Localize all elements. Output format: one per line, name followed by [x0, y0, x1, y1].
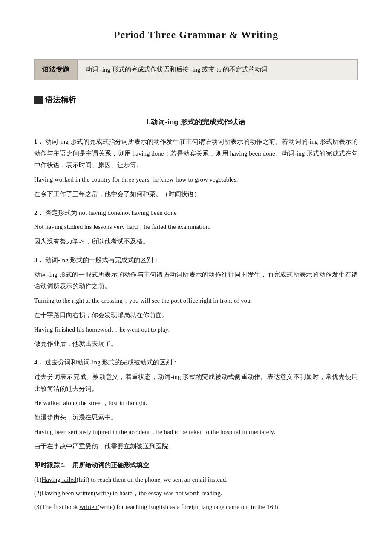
point-2-example-en: Not having studied his lessons very hard…: [34, 221, 358, 233]
point-1-body: 1． 动词-ing 形式的完成式指分词所表示的动作发生在主句谓语动词所表示的动作…: [34, 136, 358, 171]
point-3-example-en2: Having finished his homework，he went out…: [34, 324, 358, 336]
point-3-example-zh2: 做完作业后，他就出去玩了。: [34, 338, 358, 350]
point-2: 2． 否定形式为 not having done/not having been…: [34, 207, 358, 248]
exercise-item-3: (3)The first book written(write) for tea…: [34, 501, 358, 513]
exercise-3-before: The first book: [42, 503, 80, 510]
point-4-example-zh1: 他漫步街头，沉浸在思索中。: [34, 412, 358, 424]
exercise-1-num: (1): [34, 476, 42, 483]
exercise-3-underline: written: [79, 503, 98, 510]
point-2-body: 2． 否定形式为 not having done/not having been…: [34, 207, 358, 219]
point-3: 3． 动词-ing 形式的一般式与完成式的区别： 动词-ing 形式的一般式所表…: [34, 254, 358, 350]
section-header: 语法精析: [34, 93, 358, 107]
exercise-2-num: (2): [34, 490, 42, 497]
point-3-number: 3．: [34, 257, 44, 263]
exercise-item-2: (2)Having been written(write) in haste，t…: [34, 488, 358, 499]
section-icon: [34, 96, 43, 104]
exercise-1-title: 即时跟踪１ 用所给动词的正确形式填空: [34, 459, 358, 471]
exercise-item-1: (1)Having failed(fail) to reach them on …: [34, 474, 358, 486]
banner-label: 语法专题: [35, 60, 78, 80]
point-4-body: 4． 过去分词和动词-ing 形式的完成被动式的区别：: [34, 357, 358, 369]
subsection-title: Ⅰ.动词-ing 形式的完成式作状语: [34, 116, 358, 129]
point-1-example-zh: 在乡下工作了三年之后，他学会了如何种菜。（时间状语）: [34, 188, 358, 200]
point-3-detail: 动词-ing 形式的一般式所表示的动作与主句谓语动词所表示的动作往往同时发生，而…: [34, 269, 358, 293]
point-1: 1． 动词-ing 形式的完成式指分词所表示的动作发生在主句谓语动词所表示的动作…: [34, 136, 358, 200]
exercise-2-after: (write) in haste，the essay was not worth…: [94, 490, 222, 497]
point-1-text: 动词-ing 形式的完成式指分词所表示的动作发生在主句谓语动词所表示的动作之前。…: [34, 138, 358, 169]
point-4-text: 过去分词和动词-ing 形式的完成被动式的区别：: [45, 359, 179, 366]
banner-content: 动词 -ing 形式的完成式作状语和后接 -ing 或带 to 的不定式的动词: [78, 60, 276, 80]
exercise-3-after: (write) for teaching English as a foreig…: [98, 503, 278, 510]
point-4: 4． 过去分词和动词-ing 形式的完成被动式的区别： 过去分词表示完成、被动意…: [34, 357, 358, 452]
point-3-body: 3． 动词-ing 形式的一般式与完成式的区别：: [34, 254, 358, 266]
exercise-2-underline: Having been written: [42, 490, 94, 497]
point-3-example-zh1: 在十字路口向右拐，你会发现邮局就在你前面。: [34, 309, 358, 321]
point-4-number: 4．: [34, 359, 44, 366]
point-2-example-zh: 因为没有努力学习，所以他考试不及格。: [34, 236, 358, 248]
point-2-text: 否定形式为 not having done/not having been do…: [45, 209, 176, 216]
exercise-3-num: (3): [34, 503, 42, 510]
grammar-topic-banner: 语法专题 动词 -ing 形式的完成式作状语和后接 -ing 或带 to 的不定…: [34, 59, 358, 80]
point-4-example-zh2: 由于在事故中严重受伤，他需要立刻被送到医院。: [34, 441, 358, 453]
exercise-1-underline: Having failed: [42, 476, 77, 483]
point-1-example-en: Having worked in the country for three y…: [34, 174, 358, 186]
point-1-number: 1．: [34, 138, 44, 145]
point-3-example-en1: Turning to the right at the crossing，you…: [34, 295, 358, 307]
point-4-example-en1: He walked along the street，lost in thoug…: [34, 397, 358, 409]
section-title: 语法精析: [45, 93, 79, 107]
point-3-text: 动词-ing 形式的一般式与完成式的区别：: [45, 257, 159, 263]
point-2-number: 2．: [34, 209, 44, 216]
point-4-example-en2: Having been seriously injured in the acc…: [34, 426, 358, 438]
point-4-detail: 过去分词表示完成、被动意义，着重状态；动词-ing 形式的完成被动式侧重动作。表…: [34, 371, 358, 395]
exercise-1-after: (fail) to reach them on the phone, we se…: [77, 476, 228, 483]
page-title: Period Three Grammar & Writing: [34, 26, 358, 44]
